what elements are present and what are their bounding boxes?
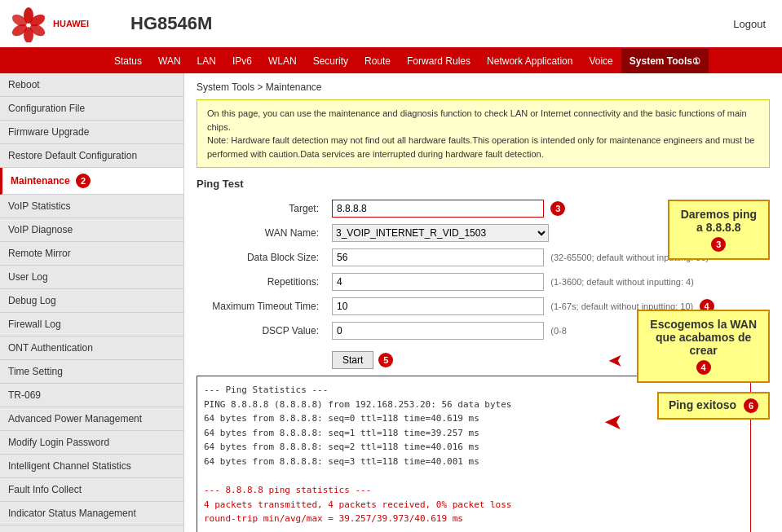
- sidebar-item-time-setting[interactable]: Time Setting: [0, 360, 183, 384]
- sidebar-item-indicator-status[interactable]: Indicator Status Management: [0, 502, 183, 525]
- sidebar-item-user-log[interactable]: User Log: [0, 266, 183, 289]
- output-stats-2: round-trip min/avg/max = 39.257/39.973/4…: [204, 512, 744, 526]
- target-label: Target:: [197, 196, 327, 221]
- nav-voice[interactable]: Voice: [581, 49, 621, 73]
- sidebar-item-maintenance[interactable]: Maintenance 2: [0, 168, 183, 195]
- dscp-hint: (0-8: [550, 326, 567, 336]
- dscp-input[interactable]: [332, 322, 544, 340]
- sidebar-item-debug-log[interactable]: Debug Log: [0, 289, 183, 313]
- output-spacer: [204, 469, 744, 484]
- max-timeout-input[interactable]: [332, 297, 544, 315]
- logout-button[interactable]: Logout: [733, 18, 774, 30]
- sidebar-item-remote-mirror[interactable]: Remote Mirror: [0, 242, 183, 266]
- nav-status[interactable]: Status: [106, 49, 150, 73]
- output-line4: 64 bytes from 8.8.8.8: seq=1 ttl=118 tim…: [204, 426, 744, 441]
- breadcrumb: System Tools > Maintenance: [197, 81, 770, 93]
- target-input[interactable]: [332, 200, 544, 218]
- logo-text: HUAWEI: [53, 19, 89, 29]
- badge-4-ann: 4: [696, 360, 711, 375]
- main-layout: Reboot Configuration File Firmware Upgra…: [0, 73, 782, 532]
- sidebar-item-firmware-upgrade[interactable]: Firmware Upgrade: [0, 121, 183, 144]
- annotation-3-text: Daremos pinga 8.8.8.8: [681, 208, 757, 234]
- start-button[interactable]: Start: [332, 351, 373, 369]
- sidebar: Reboot Configuration File Firmware Upgra…: [0, 73, 184, 532]
- nav-network-application[interactable]: Network Application: [479, 49, 581, 73]
- badge-6-ann: 6: [744, 398, 758, 413]
- wan-name-label: WAN Name:: [197, 221, 327, 245]
- badge-3-ann: 3: [711, 237, 726, 252]
- sidebar-item-tr069[interactable]: TR-069: [0, 384, 183, 407]
- dscp-label: DSCP Value:: [197, 319, 327, 343]
- nav-route[interactable]: Route: [356, 49, 399, 73]
- repetitions-label: Repetitions:: [197, 270, 327, 294]
- annotation-wan-select: Escogemos la WANque acabamos decrear 4: [637, 310, 770, 383]
- arrow-6-icon: ➤: [604, 408, 623, 435]
- header: HUAWEI HG8546M Logout: [0, 0, 782, 49]
- nav-system-tools[interactable]: System Tools: [621, 49, 709, 73]
- sidebar-item-advanced-power[interactable]: Advanced Power Management: [0, 407, 183, 431]
- output-wrapper: --- Ping Statistics --- PING 8.8.8.8 (8.…: [197, 376, 770, 532]
- device-title: HG8546M: [114, 13, 733, 34]
- sidebar-item-ont-authentication[interactable]: ONT Authentication: [0, 336, 183, 360]
- max-timeout-label: Maximum Timeout Time:: [197, 294, 327, 319]
- nav-wan[interactable]: WAN: [150, 49, 189, 73]
- annotation-4-text: Escogemos la WANque acabamos decrear: [650, 318, 757, 357]
- sidebar-item-restore-default[interactable]: Restore Default Configuration: [0, 144, 183, 168]
- repetitions-input[interactable]: [332, 273, 544, 291]
- wan-name-select[interactable]: 3_VOIP_INTERNET_R_VID_1503: [332, 224, 549, 242]
- repetitions-row: Repetitions: (1-3600; default without in…: [197, 270, 770, 294]
- repetitions-hint: (1-3600; default without inputting: 4): [550, 277, 694, 287]
- nav-forward-rules[interactable]: Forward Rules: [399, 49, 479, 73]
- badge-3: 3: [550, 201, 565, 216]
- sidebar-item-open-source[interactable]: Open Source Software Notice: [0, 525, 183, 532]
- info-text-1: On this page, you can use the maintenanc…: [207, 108, 747, 132]
- annotation-ping-exitoso: Ping exitoso 6: [657, 392, 770, 420]
- output-stats-header: --- 8.8.8.8 ping statistics ---: [204, 483, 744, 498]
- nav-ipv6[interactable]: IPv6: [224, 49, 260, 73]
- sidebar-item-intelligent-channel[interactable]: Intelligent Channel Statistics: [0, 455, 183, 478]
- content-area: System Tools > Maintenance On this page,…: [184, 73, 782, 532]
- annotation-ping-target: Daremos pinga 8.8.8.8 3: [668, 200, 770, 260]
- sidebar-item-voip-diagnose[interactable]: VoIP Diagnose: [0, 218, 183, 242]
- arrow-4-icon: ➤: [608, 350, 623, 372]
- logo-area: HUAWEI: [8, 6, 114, 42]
- data-block-label: Data Block Size:: [197, 245, 327, 270]
- sidebar-item-reboot[interactable]: Reboot: [0, 73, 183, 97]
- sidebar-item-firewall-log[interactable]: Firewall Log: [0, 313, 183, 336]
- sidebar-item-configuration-file[interactable]: Configuration File: [0, 97, 183, 121]
- nav-wlan[interactable]: WLAN: [260, 49, 305, 73]
- badge-5: 5: [378, 353, 393, 367]
- nav-bar: Status WAN LAN IPv6 WLAN Security Route …: [0, 49, 782, 73]
- info-text-2: Note: Hardware fault detection may not f…: [207, 135, 754, 159]
- output-stats-1: 4 packets transmitted, 4 packets receive…: [204, 498, 744, 512]
- sidebar-item-fault-info[interactable]: Fault Info Collect: [0, 478, 183, 502]
- nav-security[interactable]: Security: [305, 49, 356, 73]
- huawei-logo-icon: [8, 6, 49, 42]
- sidebar-item-modify-login[interactable]: Modify Login Password: [0, 431, 183, 455]
- nav-lan[interactable]: LAN: [189, 49, 224, 73]
- output-line6: 64 bytes from 8.8.8.8: seq=3 ttl=118 tim…: [204, 455, 744, 469]
- info-box: On this page, you can use the maintenanc…: [197, 99, 770, 168]
- data-block-input[interactable]: [332, 248, 544, 266]
- ping-test-title: Ping Test: [197, 178, 770, 190]
- sidebar-item-voip-statistics[interactable]: VoIP Statistics: [0, 195, 183, 218]
- annotation-6-text: Ping exitoso: [669, 398, 736, 411]
- output-line5: 64 bytes from 8.8.8.8: seq=2 ttl=118 tim…: [204, 440, 744, 455]
